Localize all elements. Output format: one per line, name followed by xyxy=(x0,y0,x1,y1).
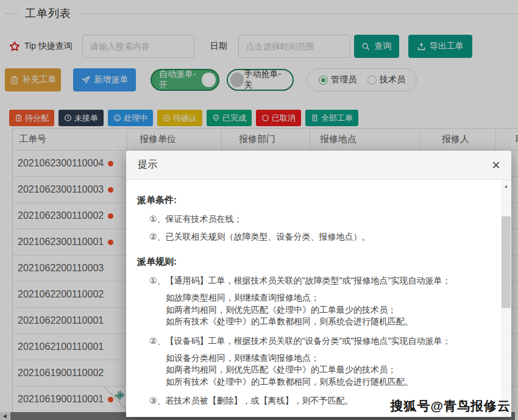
work-order-page: 工单列表 Tip 快捷查询 日期 查询 导出工单 xyxy=(0,0,518,420)
rule-sub-item: 如所有技术《处理中》的工单数都相同，则系统会进行随机匹配。 xyxy=(166,376,495,388)
rule-item: ①、保证有技术员在线； xyxy=(137,214,495,224)
rule-sub-list: 如故障类型相同，则继续查询报修地点； 如两者均相同，则优先匹配《处理中》的工单最… xyxy=(137,292,495,328)
rule-item: ①、【通用码】工单，根据技术员关联的"故障类型"或"报修地点"实现自动派单； xyxy=(137,276,495,285)
rule-sub-item: 如故障类型相同，则继续查询报修地点； xyxy=(166,292,495,304)
rule-sub-item: 如两者均相同，则优先匹配《处理中》的工单最少的技术员； xyxy=(166,304,495,316)
dialog-scrollbar-thumb[interactable] xyxy=(502,216,511,308)
close-icon[interactable]: × xyxy=(489,157,503,174)
rule-sub-list: 如设备分类相同，则继续查询报修地点； 如两者均相同，则优先匹配《处理中》的工单最… xyxy=(137,352,495,388)
dialog-header: 提示 × xyxy=(126,151,511,180)
section-heading: 派单规则: xyxy=(137,256,495,268)
dialog-title: 提示 xyxy=(138,158,489,171)
dialog-scrollbar[interactable]: ▲ ▼ xyxy=(501,180,511,417)
watermark: 搜狐号@青鸟报修云 xyxy=(391,397,511,415)
rule-sub-item: 如两者均相同，则优先匹配《处理中》的工单最少的技术员； xyxy=(166,364,495,376)
rule-sub-item: 如设备分类相同，则继续查询报修地点； xyxy=(166,352,495,365)
rule-item: ②、【设备码】工单，根据技术员关联的"设备分类"或"报修地点"实现自动派单； xyxy=(137,336,495,346)
section-heading: 派单条件: xyxy=(137,194,495,206)
scroll-up-icon[interactable]: ▲ xyxy=(501,181,511,191)
rule-sub-item: 如所有技术《处理中》的工单数都相同，则系统会进行随机匹配。 xyxy=(166,316,495,328)
rule-item: ②、已关联相关规则（故障类型、设备分类、报修地点）。 xyxy=(137,232,495,241)
dialog-body: 派单条件: ①、保证有技术员在线； ②、已关联相关规则（故障类型、设备分类、报修… xyxy=(126,180,501,417)
dispatch-rules-dialog: 提示 × 派单条件: ①、保证有技术员在线； ②、已关联相关规则（故障类型、设备… xyxy=(126,151,511,417)
